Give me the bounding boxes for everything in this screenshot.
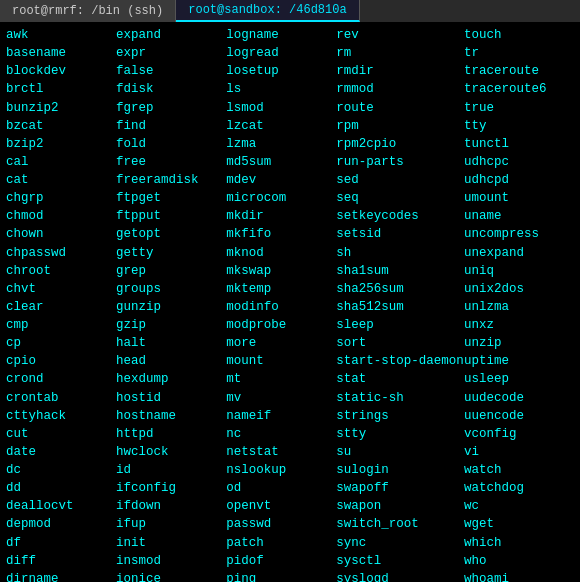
command-ftpget: ftpget — [116, 189, 226, 207]
command-expr: expr — [116, 44, 226, 62]
command-getopt: getopt — [116, 225, 226, 243]
command-start-stop-daemon: start-stop-daemon — [336, 352, 464, 370]
column-2: lognamelogreadlosetuplslsmodlzcatlzmamd5… — [226, 26, 336, 582]
command-nc: nc — [226, 425, 336, 443]
command-ls: ls — [226, 80, 336, 98]
command-traceroute: traceroute — [464, 62, 574, 80]
command-udhcpd: udhcpd — [464, 171, 574, 189]
command-clear: clear — [6, 298, 116, 316]
command-traceroute6: traceroute6 — [464, 80, 574, 98]
command-uptime: uptime — [464, 352, 574, 370]
command-dd: dd — [6, 479, 116, 497]
command-unix2dos: unix2dos — [464, 280, 574, 298]
command-mt: mt — [226, 370, 336, 388]
command-logname: logname — [226, 26, 336, 44]
command-microcom: microcom — [226, 189, 336, 207]
command-usleep: usleep — [464, 370, 574, 388]
command-sort: sort — [336, 334, 464, 352]
command-unzip: unzip — [464, 334, 574, 352]
command-pidof: pidof — [226, 552, 336, 570]
command-who: who — [464, 552, 574, 570]
command-mknod: mknod — [226, 244, 336, 262]
command-head: head — [116, 352, 226, 370]
command-md5sum: md5sum — [226, 153, 336, 171]
command-hostname: hostname — [116, 407, 226, 425]
command-halt: halt — [116, 334, 226, 352]
column-0: awkbasenameblockdevbrctlbunzip2bzcatbzip… — [6, 26, 116, 582]
command-cat: cat — [6, 171, 116, 189]
command-fdisk: fdisk — [116, 80, 226, 98]
command-rm: rm — [336, 44, 464, 62]
command-vconfig: vconfig — [464, 425, 574, 443]
command-mkdir: mkdir — [226, 207, 336, 225]
title-bar: root@rmrf: /bin (ssh)root@sandbox: /46d8… — [0, 0, 580, 22]
column-1: expandexprfalsefdiskfgrepfindfoldfreefre… — [116, 26, 226, 582]
command-date: date — [6, 443, 116, 461]
command-find: find — [116, 117, 226, 135]
command-ifdown: ifdown — [116, 497, 226, 515]
command-sh: sh — [336, 244, 464, 262]
command-sha512sum: sha512sum — [336, 298, 464, 316]
command-netstat: netstat — [226, 443, 336, 461]
command-chown: chown — [6, 225, 116, 243]
command-ionice: ionice — [116, 570, 226, 582]
command-chpasswd: chpasswd — [6, 244, 116, 262]
command-sleep: sleep — [336, 316, 464, 334]
command-ifconfig: ifconfig — [116, 479, 226, 497]
command-modprobe: modprobe — [226, 316, 336, 334]
command-uudecode: uudecode — [464, 389, 574, 407]
command-cttyhack: cttyhack — [6, 407, 116, 425]
command-od: od — [226, 479, 336, 497]
command-run-parts: run-parts — [336, 153, 464, 171]
command-fgrep: fgrep — [116, 99, 226, 117]
command-mktemp: mktemp — [226, 280, 336, 298]
command-lzcat: lzcat — [226, 117, 336, 135]
command-rpm: rpm — [336, 117, 464, 135]
command-mkfifo: mkfifo — [226, 225, 336, 243]
command-more: more — [226, 334, 336, 352]
command-cpio: cpio — [6, 352, 116, 370]
command-rmdir: rmdir — [336, 62, 464, 80]
command-grep: grep — [116, 262, 226, 280]
command-uname: uname — [464, 207, 574, 225]
command-mv: mv — [226, 389, 336, 407]
command-rmmod: rmmod — [336, 80, 464, 98]
command-sha256sum: sha256sum — [336, 280, 464, 298]
command-hexdump: hexdump — [116, 370, 226, 388]
command-cmp: cmp — [6, 316, 116, 334]
command-httpd: httpd — [116, 425, 226, 443]
command-deallocvt: deallocvt — [6, 497, 116, 515]
command-wc: wc — [464, 497, 574, 515]
command-groups: groups — [116, 280, 226, 298]
command-route: route — [336, 99, 464, 117]
command-uuencode: uuencode — [464, 407, 574, 425]
command-which: which — [464, 534, 574, 552]
column-3: revrmrmdirrmmodrouterpmrpm2cpiorun-parts… — [336, 26, 464, 582]
command-tunctl: tunctl — [464, 135, 574, 153]
command-lzma: lzma — [226, 135, 336, 153]
command-nameif: nameif — [226, 407, 336, 425]
command-hwclock: hwclock — [116, 443, 226, 461]
command-patch: patch — [226, 534, 336, 552]
command-setkeycodes: setkeycodes — [336, 207, 464, 225]
command-dirname: dirname — [6, 570, 116, 582]
command-rev: rev — [336, 26, 464, 44]
command-sha1sum: sha1sum — [336, 262, 464, 280]
command-vi: vi — [464, 443, 574, 461]
command-openvt: openvt — [226, 497, 336, 515]
command-unlzma: unlzma — [464, 298, 574, 316]
tab-0[interactable]: root@rmrf: /bin (ssh) — [0, 0, 176, 22]
command-modinfo: modinfo — [226, 298, 336, 316]
command-unxz: unxz — [464, 316, 574, 334]
command-insmod: insmod — [116, 552, 226, 570]
command-whoami: whoami — [464, 570, 574, 582]
command-hostid: hostid — [116, 389, 226, 407]
command-crontab: crontab — [6, 389, 116, 407]
command-su: su — [336, 443, 464, 461]
command-brctl: brctl — [6, 80, 116, 98]
command-sed: sed — [336, 171, 464, 189]
command-freeramdisk: freeramdisk — [116, 171, 226, 189]
command-bunzip2: bunzip2 — [6, 99, 116, 117]
tab-1[interactable]: root@sandbox: /46d810a — [176, 0, 359, 22]
command-fold: fold — [116, 135, 226, 153]
